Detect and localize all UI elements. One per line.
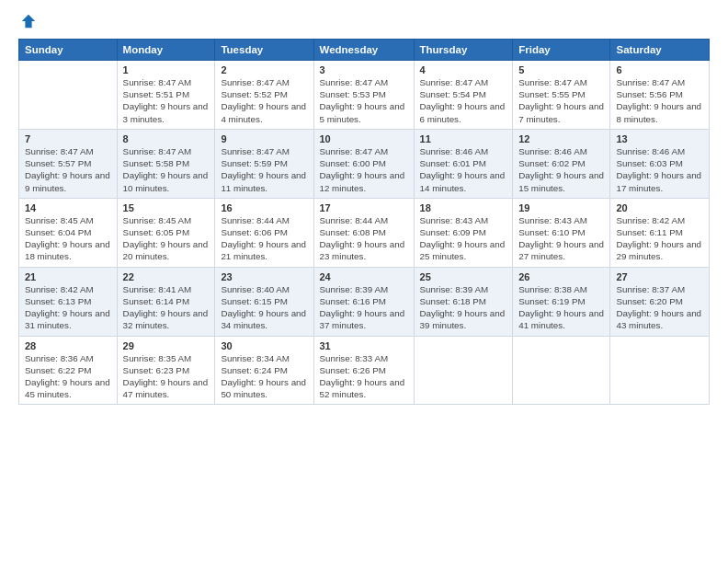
daylight: Daylight: 9 hours and 23 minutes.	[320, 239, 405, 261]
sunrise: Sunrise: 8:46 AM	[616, 146, 685, 156]
day-info: Sunrise: 8:41 AM Sunset: 6:14 PM Dayligh…	[123, 283, 210, 332]
calendar-cell: 11 Sunrise: 8:46 AM Sunset: 6:01 PM Dayl…	[414, 129, 513, 198]
sunrise: Sunrise: 8:36 AM	[25, 353, 94, 363]
calendar-cell: 13 Sunrise: 8:46 AM Sunset: 6:03 PM Dayl…	[610, 129, 710, 198]
sunrise: Sunrise: 8:47 AM	[25, 146, 94, 156]
sunset: Sunset: 6:06 PM	[221, 227, 287, 237]
day-number: 25	[420, 271, 507, 282]
daylight: Daylight: 9 hours and 6 minutes.	[420, 101, 506, 123]
day-info: Sunrise: 8:39 AM Sunset: 6:16 PM Dayligh…	[320, 283, 408, 332]
day-info: Sunrise: 8:42 AM Sunset: 6:13 PM Dayligh…	[25, 283, 111, 332]
daylight: Daylight: 9 hours and 34 minutes.	[221, 308, 306, 330]
day-info: Sunrise: 8:44 AM Sunset: 6:06 PM Dayligh…	[221, 214, 307, 263]
sunset: Sunset: 6:14 PM	[123, 296, 189, 306]
sunset: Sunset: 5:58 PM	[123, 158, 189, 168]
sunset: Sunset: 6:03 PM	[616, 158, 682, 168]
sunrise: Sunrise: 8:47 AM	[123, 77, 192, 87]
day-number: 24	[320, 271, 408, 282]
sunrise: Sunrise: 8:33 AM	[320, 353, 389, 363]
sunrise: Sunrise: 8:37 AM	[616, 284, 685, 294]
sunrise: Sunrise: 8:40 AM	[221, 284, 290, 294]
sunrise: Sunrise: 8:47 AM	[123, 146, 192, 156]
col-monday: Monday	[117, 40, 215, 61]
sunrise: Sunrise: 8:47 AM	[221, 77, 290, 87]
daylight: Daylight: 9 hours and 8 minutes.	[616, 101, 701, 123]
calendar-cell: 27 Sunrise: 8:37 AM Sunset: 6:20 PM Dayl…	[610, 267, 710, 336]
calendar-cell	[414, 336, 513, 405]
calendar-cell: 18 Sunrise: 8:43 AM Sunset: 6:09 PM Dayl…	[414, 198, 513, 267]
day-number: 6	[616, 64, 703, 75]
day-number: 7	[25, 133, 111, 144]
sunrise: Sunrise: 8:44 AM	[320, 215, 389, 225]
calendar-cell: 17 Sunrise: 8:44 AM Sunset: 6:08 PM Dayl…	[313, 198, 414, 267]
sunrise: Sunrise: 8:43 AM	[420, 215, 489, 225]
calendar-week-row: 1 Sunrise: 8:47 AM Sunset: 5:51 PM Dayli…	[19, 61, 710, 130]
calendar-week-row: 7 Sunrise: 8:47 AM Sunset: 5:57 PM Dayli…	[19, 129, 710, 198]
day-info: Sunrise: 8:40 AM Sunset: 6:15 PM Dayligh…	[221, 283, 307, 332]
day-info: Sunrise: 8:47 AM Sunset: 5:55 PM Dayligh…	[518, 76, 604, 125]
sunset: Sunset: 6:08 PM	[320, 227, 386, 237]
day-number: 31	[320, 340, 408, 351]
daylight: Daylight: 9 hours and 52 minutes.	[320, 377, 405, 399]
calendar-cell: 4 Sunrise: 8:47 AM Sunset: 5:54 PM Dayli…	[414, 61, 513, 130]
day-info: Sunrise: 8:37 AM Sunset: 6:20 PM Dayligh…	[616, 283, 703, 332]
calendar-header-row: Sunday Monday Tuesday Wednesday Thursday…	[19, 40, 710, 61]
sunrise: Sunrise: 8:38 AM	[518, 284, 587, 294]
sunrise: Sunrise: 8:39 AM	[320, 284, 389, 294]
sunset: Sunset: 6:00 PM	[320, 158, 386, 168]
day-info: Sunrise: 8:45 AM Sunset: 6:05 PM Dayligh…	[123, 214, 210, 263]
sunset: Sunset: 5:51 PM	[123, 89, 189, 99]
calendar-cell: 6 Sunrise: 8:47 AM Sunset: 5:56 PM Dayli…	[610, 61, 710, 130]
calendar-week-row: 14 Sunrise: 8:45 AM Sunset: 6:04 PM Dayl…	[19, 198, 710, 267]
sunset: Sunset: 5:55 PM	[518, 89, 585, 99]
daylight: Daylight: 9 hours and 43 minutes.	[616, 308, 701, 330]
calendar-cell	[513, 336, 610, 405]
day-info: Sunrise: 8:47 AM Sunset: 5:53 PM Dayligh…	[320, 76, 408, 125]
day-number: 10	[320, 133, 408, 144]
daylight: Daylight: 9 hours and 3 minutes.	[123, 101, 209, 123]
day-info: Sunrise: 8:47 AM Sunset: 5:51 PM Dayligh…	[123, 76, 210, 125]
calendar-cell: 28 Sunrise: 8:36 AM Sunset: 6:22 PM Dayl…	[19, 336, 118, 405]
daylight: Daylight: 9 hours and 18 minutes.	[25, 239, 110, 261]
sunset: Sunset: 6:01 PM	[420, 158, 486, 168]
daylight: Daylight: 9 hours and 27 minutes.	[518, 239, 604, 261]
sunset: Sunset: 6:20 PM	[616, 296, 682, 306]
day-info: Sunrise: 8:46 AM Sunset: 6:01 PM Dayligh…	[420, 145, 507, 194]
calendar-cell: 14 Sunrise: 8:45 AM Sunset: 6:04 PM Dayl…	[19, 198, 118, 267]
sunrise: Sunrise: 8:45 AM	[123, 215, 192, 225]
col-sunday: Sunday	[19, 40, 118, 61]
day-info: Sunrise: 8:43 AM Sunset: 6:10 PM Dayligh…	[518, 214, 604, 263]
sunrise: Sunrise: 8:47 AM	[420, 77, 489, 87]
day-info: Sunrise: 8:47 AM Sunset: 5:54 PM Dayligh…	[420, 76, 507, 125]
calendar-cell: 1 Sunrise: 8:47 AM Sunset: 5:51 PM Dayli…	[117, 61, 215, 130]
calendar-cell: 29 Sunrise: 8:35 AM Sunset: 6:23 PM Dayl…	[117, 336, 215, 405]
sunset: Sunset: 6:15 PM	[221, 296, 287, 306]
sunrise: Sunrise: 8:46 AM	[420, 146, 489, 156]
day-number: 1	[123, 64, 210, 75]
svg-marker-0	[22, 15, 35, 28]
day-number: 14	[25, 202, 111, 213]
day-number: 28	[25, 340, 111, 351]
sunset: Sunset: 6:13 PM	[25, 296, 91, 306]
sunrise: Sunrise: 8:39 AM	[420, 284, 489, 294]
sunrise: Sunrise: 8:46 AM	[518, 146, 587, 156]
calendar-cell	[19, 61, 118, 130]
daylight: Daylight: 9 hours and 47 minutes.	[123, 377, 209, 399]
calendar-cell: 26 Sunrise: 8:38 AM Sunset: 6:19 PM Dayl…	[513, 267, 610, 336]
day-info: Sunrise: 8:47 AM Sunset: 5:56 PM Dayligh…	[616, 76, 703, 125]
daylight: Daylight: 9 hours and 9 minutes.	[25, 170, 110, 192]
calendar-cell: 7 Sunrise: 8:47 AM Sunset: 5:57 PM Dayli…	[19, 129, 118, 198]
sunrise: Sunrise: 8:42 AM	[616, 215, 685, 225]
day-info: Sunrise: 8:47 AM Sunset: 5:58 PM Dayligh…	[123, 145, 210, 194]
calendar-cell: 22 Sunrise: 8:41 AM Sunset: 6:14 PM Dayl…	[117, 267, 215, 336]
day-number: 5	[518, 64, 604, 75]
sunset: Sunset: 6:19 PM	[518, 296, 585, 306]
calendar-cell: 19 Sunrise: 8:43 AM Sunset: 6:10 PM Dayl…	[513, 198, 610, 267]
daylight: Daylight: 9 hours and 17 minutes.	[616, 170, 701, 192]
logo	[18, 17, 37, 29]
sunset: Sunset: 6:22 PM	[25, 365, 91, 375]
daylight: Daylight: 9 hours and 14 minutes.	[420, 170, 506, 192]
day-number: 29	[123, 340, 210, 351]
col-saturday: Saturday	[610, 40, 710, 61]
sunrise: Sunrise: 8:42 AM	[25, 284, 94, 294]
